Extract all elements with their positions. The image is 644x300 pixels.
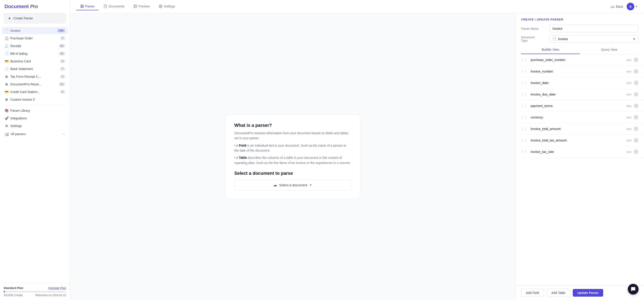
sidebar-bottom: Standard Plan Upgrade Plan 20/1000 Credi… [0, 283, 70, 300]
drag-handle-invoice_total_tax_amount[interactable]: ⋮⋮ [521, 139, 528, 142]
field-row-invoice_due_date: ⋮⋮ invoice_due_date: text [516, 89, 644, 100]
document-type-select[interactable]: 📄 invoice ▼ [550, 35, 638, 43]
card-table-pre: • A [234, 156, 239, 159]
logo: Document Pro [0, 3, 70, 13]
sidebar-item-bill-of-lading[interactable]: 📄 Bill of lading 34 [2, 50, 68, 57]
parser-label-tax-form: Tax Form Receipt C... [10, 75, 58, 78]
tab-preview[interactable]: Preview [130, 3, 154, 10]
parser-badge-purchase-order: 7 [60, 36, 65, 40]
tab-documents[interactable]: Documents [100, 3, 128, 10]
credits-progress-bar-bg [4, 291, 66, 292]
settings-icon: ⚙ [4, 124, 8, 128]
drag-handle-invoice_date[interactable]: ⋮⋮ [521, 81, 528, 85]
svg-rect-4 [134, 5, 137, 8]
sidebar-nav-settings[interactable]: ⚙ Settings [2, 122, 68, 129]
tab-settings[interactable]: Settings [155, 3, 179, 10]
drag-handle-payment_terms[interactable]: ⋮⋮ [521, 104, 528, 108]
sidebar-item-documentpro-receipt[interactable]: ⊠ DocumentPro Recei... 15 [2, 81, 68, 88]
settings-label: Settings [10, 124, 65, 128]
sidebar-nav-parser-library[interactable]: 📚 Parser Library [2, 107, 68, 114]
field-remove-invoice_number[interactable] [634, 69, 638, 74]
field-remove-currency[interactable] [634, 115, 638, 120]
sidebar-item-tax-form[interactable]: ⊠ Tax Form Receipt C... 3 [2, 73, 68, 80]
field-name-payment_terms: payment_terms: [530, 104, 624, 108]
book-icon: 📖 [611, 5, 614, 8]
field-remove-invoice_total_tax_amount[interactable] [634, 138, 638, 143]
field-name-invoice_date: invoice_date: [530, 81, 624, 85]
sidebar-item-custom-invoice[interactable]: ⊠ Custom Invoice 5 [2, 96, 68, 103]
chevron-down-icon: ▼ [632, 37, 636, 41]
parser-badge-documentpro-receipt: 15 [59, 82, 65, 86]
select-doc-title: Select a document to parse [234, 171, 351, 176]
sidebar-item-bank-statement[interactable]: 📄 Bank Statement 7 [2, 65, 68, 72]
right-panel-header: CREATE / UPDATE PARSER Parser Name Docum… [516, 13, 644, 54]
drag-handle-invoice_total_amount[interactable]: ⋮⋮ [521, 127, 528, 131]
upgrade-plan-link[interactable]: Upgrade Plan [48, 286, 66, 290]
minus-icon [634, 127, 638, 130]
arrow-right-icon: → [62, 132, 65, 136]
field-remove-invoice_tax_rate[interactable] [634, 149, 638, 154]
field-remove-invoice_due_date[interactable] [634, 92, 638, 97]
minus-icon [634, 116, 638, 119]
create-parser-button[interactable]: ＋ Create Parser [4, 13, 66, 23]
logo-doc: Document [4, 3, 29, 9]
field-type-currency: text [627, 116, 631, 119]
doc-type-icon: 📄 [552, 37, 556, 41]
right-panel-footer: Add Field Add Table Update Parser [516, 285, 644, 300]
chat-bubble-button[interactable] [628, 284, 638, 295]
card-table-post: describes the columns of a table in your… [234, 156, 351, 164]
field-name-purchase_order_number: purchase_order_number: [530, 58, 624, 62]
field-remove-payment_terms[interactable] [634, 103, 638, 108]
docs-button[interactable]: 📖 Docs [611, 5, 623, 8]
parser-icon-credit-card: 💳 [4, 90, 8, 94]
parser-icon-custom-invoice: ⊠ [4, 98, 8, 101]
sidebar-item-receipt[interactable]: 🧾 Receipt 63 [2, 42, 68, 49]
drag-handle-invoice_due_date[interactable]: ⋮⋮ [521, 93, 528, 96]
drag-handle-purchase_order_number[interactable]: ⋮⋮ [521, 58, 528, 62]
card-title: What is a parser? [234, 123, 351, 128]
parser-icon-bill-of-lading: 📄 [4, 52, 8, 55]
update-parser-button[interactable]: Update Parser [573, 289, 603, 297]
svg-point-7 [160, 6, 161, 7]
sidebar-item-credit-card[interactable]: 💳 Credit Card Statem... 2 [2, 88, 68, 95]
parser-label-receipt: Receipt [10, 44, 57, 48]
all-parsers-nav[interactable]: 📊 All parsers → [2, 130, 68, 138]
topbar: ParserDocumentsPreviewSettings 📖 Docs A … [70, 0, 644, 13]
center-panel: What is a parser? DocumentPro extracts i… [70, 13, 516, 300]
svg-rect-3 [82, 6, 84, 8]
field-name-invoice_total_amount: invoice_total_amount: [530, 127, 624, 131]
add-field-button[interactable]: Add Field [521, 289, 544, 297]
avatar: A [627, 3, 634, 10]
sidebar: Document Pro ＋ Create Parser 📄 Invoice 5… [0, 0, 70, 300]
view-tab-builder[interactable]: Builder View [521, 45, 580, 54]
minus-icon [634, 93, 638, 96]
field-remove-invoice_date[interactable] [634, 80, 638, 85]
field-remove-invoice_total_amount[interactable] [634, 126, 638, 131]
parser-info-card: What is a parser? DocumentPro extracts i… [225, 114, 360, 199]
select-document-button[interactable]: ☁ Select a document ▼ [234, 180, 351, 191]
svg-rect-0 [81, 5, 82, 6]
avatar-dropdown[interactable]: A ▼ [627, 3, 638, 10]
drag-handle-invoice_tax_rate[interactable]: ⋮⋮ [521, 150, 528, 154]
integrations-label: Integrations [10, 116, 65, 120]
view-tab-query[interactable]: Query View [580, 45, 639, 54]
sidebar-item-invoice[interactable]: 📄 Invoice 549 [2, 27, 68, 34]
field-row-invoice_total_amount: ⋮⋮ invoice_total_amount: text [516, 123, 644, 135]
avatar-letter: A [629, 5, 632, 8]
field-remove-purchase_order_number[interactable] [634, 57, 638, 62]
parser-icon-bank-statement: 📄 [4, 67, 8, 71]
drag-handle-invoice_number[interactable]: ⋮⋮ [521, 70, 528, 73]
parser-badge-credit-card: 2 [60, 90, 65, 94]
credits-refresh: Refreshes on 2024-02-23 [36, 294, 66, 297]
sidebar-item-purchase-order[interactable]: 📋 Purchase Order 7 [2, 35, 68, 42]
sidebar-nav-integrations[interactable]: 🚀 Integrations [2, 115, 68, 122]
sidebar-item-business-card[interactable]: 💳 Business Card 5 [2, 58, 68, 65]
field-type-invoice_tax_rate: text [627, 150, 631, 154]
parser-name-input[interactable] [550, 25, 638, 32]
parser-icon-receipt: 🧾 [4, 44, 8, 48]
tab-parser[interactable]: Parser [76, 3, 98, 10]
minus-icon [634, 70, 638, 73]
add-table-button[interactable]: Add Table [546, 289, 570, 297]
drag-handle-currency[interactable]: ⋮⋮ [521, 116, 528, 119]
select-doc-label: Select a document [279, 183, 307, 187]
